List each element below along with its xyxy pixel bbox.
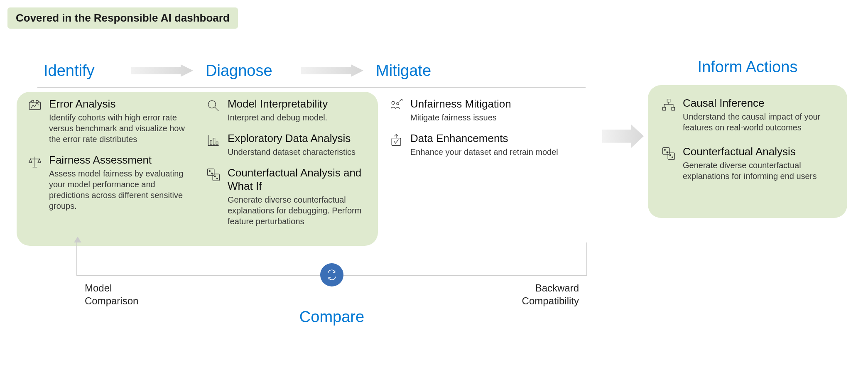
svg-rect-8 bbox=[213, 174, 219, 181]
error-analysis-icon bbox=[27, 98, 43, 114]
column-mitigate: Unfairness Mitigation Mitigate fairness … bbox=[378, 92, 569, 246]
compare-section: ModelComparison BackwardCompatibility Co… bbox=[76, 233, 587, 336]
svg-rect-19 bbox=[663, 148, 669, 154]
compare-label-right: BackwardCompatibility bbox=[522, 282, 579, 307]
svg-point-14 bbox=[397, 103, 399, 105]
svg-point-10 bbox=[211, 173, 213, 174]
compare-title: Compare bbox=[299, 308, 364, 326]
item-interpretability: Model Interpretability Interpret and deb… bbox=[205, 98, 368, 123]
column-diagnose: Model Interpretability Interpret and deb… bbox=[195, 92, 378, 246]
item-title: Error Analysis bbox=[49, 98, 185, 110]
item-title: Data Enhancements bbox=[410, 132, 559, 145]
stage-title-diagnose: Diagnose bbox=[206, 62, 289, 80]
inform-panel: Inform Actions Causal Inference Understa… bbox=[648, 58, 847, 218]
svg-point-24 bbox=[672, 157, 673, 158]
item-fairness: Fairness Assessment Assess model fairnes… bbox=[27, 154, 185, 211]
svg-rect-5 bbox=[213, 138, 215, 145]
item-error-analysis: Error Analysis Identify cohorts with hig… bbox=[27, 98, 185, 144]
item-desc: Generate diverse counterfactual explanat… bbox=[683, 160, 835, 181]
svg-rect-7 bbox=[208, 169, 214, 176]
enhance-icon bbox=[388, 132, 405, 149]
columns: Error Analysis Identify cohorts with hig… bbox=[17, 92, 606, 246]
item-desc: Interpret and debug model. bbox=[228, 112, 368, 123]
item-desc: Understand dataset characteristics bbox=[228, 147, 368, 157]
compare-badge-icon bbox=[320, 263, 343, 286]
svg-rect-15 bbox=[392, 138, 401, 146]
svg-rect-6 bbox=[216, 142, 218, 145]
magnifier-icon bbox=[205, 98, 222, 114]
svg-rect-16 bbox=[667, 99, 670, 102]
svg-point-3 bbox=[208, 100, 216, 108]
column-identify: Error Analysis Identify cohorts with hig… bbox=[17, 92, 195, 246]
svg-point-11 bbox=[214, 176, 216, 177]
item-title: Exploratory Data Analysis bbox=[228, 132, 368, 145]
item-desc: Identify cohorts with high error rate ve… bbox=[49, 112, 185, 144]
item-title: Model Interpretability bbox=[228, 98, 368, 110]
svg-point-12 bbox=[217, 178, 218, 179]
dice-icon bbox=[205, 166, 222, 183]
item-title: Unfairness Mitigation bbox=[410, 98, 559, 110]
item-desc: Generate diverse counterfactual explanat… bbox=[228, 194, 368, 227]
item-counterfactual-inform: Counterfactual Analysis Generate diverse… bbox=[660, 145, 835, 181]
item-desc: Enhance your dataset and retrain model bbox=[410, 147, 559, 157]
item-data-enhance: Data Enhancements Enhance your dataset a… bbox=[388, 132, 559, 157]
chart-icon bbox=[205, 132, 222, 149]
svg-rect-17 bbox=[663, 107, 666, 110]
causal-icon bbox=[660, 97, 677, 113]
people-icon bbox=[388, 98, 405, 114]
bracket-arrow-icon bbox=[74, 237, 81, 242]
arrow-icon bbox=[301, 64, 363, 77]
item-desc: Understand the causal impact of your fea… bbox=[683, 111, 835, 133]
stage-title-mitigate: Mitigate bbox=[376, 62, 451, 80]
item-counterfactual: Counterfactual Analysis and What If Gene… bbox=[205, 166, 368, 226]
item-title: Counterfactual Analysis bbox=[683, 145, 835, 158]
svg-point-13 bbox=[392, 101, 395, 104]
compare-bracket bbox=[76, 242, 587, 276]
item-title: Fairness Assessment bbox=[49, 154, 185, 166]
item-eda: Exploratory Data Analysis Understand dat… bbox=[205, 132, 368, 157]
svg-point-22 bbox=[667, 152, 668, 153]
svg-rect-4 bbox=[210, 140, 212, 145]
stage-title-identify: Identify bbox=[44, 62, 118, 80]
item-unfairness: Unfairness Mitigation Mitigate fairness … bbox=[388, 98, 559, 123]
item-title: Counterfactual Analysis and What If bbox=[228, 166, 368, 192]
svg-rect-20 bbox=[668, 153, 674, 159]
svg-rect-18 bbox=[672, 107, 674, 110]
svg-point-21 bbox=[664, 149, 666, 151]
fairness-icon bbox=[27, 154, 43, 170]
divider bbox=[37, 87, 586, 88]
dice-icon bbox=[660, 145, 677, 162]
item-causal: Causal Inference Understand the causal i… bbox=[660, 97, 835, 133]
svg-rect-0 bbox=[29, 102, 41, 110]
arrow-icon bbox=[131, 64, 193, 77]
item-title: Causal Inference bbox=[683, 97, 835, 110]
inform-box: Causal Inference Understand the causal i… bbox=[648, 85, 847, 218]
stages-container: Identify Diagnose Mitigate Error Analysi… bbox=[17, 58, 606, 246]
svg-point-23 bbox=[669, 154, 671, 156]
svg-point-9 bbox=[209, 171, 211, 172]
arrow-to-inform-icon bbox=[602, 125, 644, 148]
legend-badge: Covered in the Responsible AI dashboard bbox=[7, 7, 238, 29]
item-desc: Mitigate fairness issues bbox=[410, 112, 559, 123]
compare-label-left: ModelComparison bbox=[85, 282, 138, 307]
item-desc: Assess model fairness by evaluating your… bbox=[49, 168, 185, 211]
stage-headers: Identify Diagnose Mitigate bbox=[17, 58, 606, 83]
inform-title: Inform Actions bbox=[648, 58, 847, 76]
